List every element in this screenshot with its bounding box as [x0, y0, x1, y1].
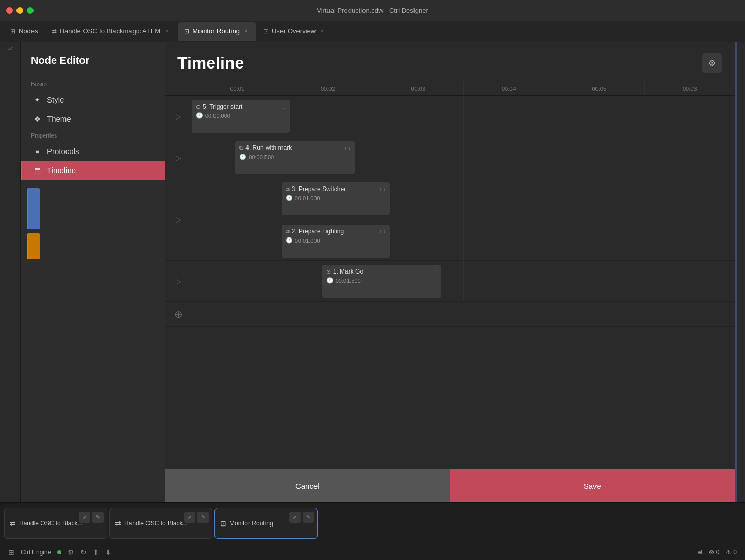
- row-timeline-0: ⊙ 5. Trigger start ↓ 🕐 00:00.000: [192, 96, 735, 137]
- taskbar-item-1[interactable]: ⇄ Handle OSC to Black... ⤢ ✎: [109, 508, 212, 539]
- taskbar-action-open-1[interactable]: ⤢: [184, 512, 195, 523]
- grid-line-5: [644, 96, 644, 137]
- settings-icon-status[interactable]: ⚙: [68, 548, 74, 556]
- protocols-icon: ≡: [32, 147, 42, 156]
- trigger-time: 🕐 00:00.000: [196, 112, 286, 119]
- refresh-icon-status[interactable]: ↻: [80, 548, 87, 556]
- sidebar-item-timeline-label: Timeline: [47, 166, 76, 175]
- taskbar-action-open-0[interactable]: ⤢: [79, 512, 90, 523]
- traffic-lights: [6, 7, 34, 14]
- taskbar-item-2[interactable]: ⊡ Monitor Routing ⤢ ✎: [214, 508, 318, 539]
- row-timeline-1: ⧉ 4. Run with mark ↑ ↓ 🕐 00:00.500: [192, 137, 735, 178]
- timeline-ruler: 00:01 00:02 00:03 00:04 00:05 00:06: [165, 81, 735, 96]
- sidebar-item-theme-label: Theme: [47, 114, 71, 123]
- statusbar-grid-icon: ⊞: [8, 548, 14, 556]
- error-value: 0: [716, 549, 720, 556]
- run-icon: ⧉: [239, 145, 243, 151]
- taskbar-icon-2: ⊡: [220, 519, 226, 528]
- row-handle-3[interactable]: ▷: [165, 261, 192, 301]
- upload-icon-status[interactable]: ⬆: [93, 548, 99, 556]
- row-handle-2[interactable]: ▷: [165, 178, 192, 260]
- settings-button[interactable]: ⚙: [702, 53, 722, 73]
- event-prepare-switcher[interactable]: ⧉ 3. Prepare Switcher ↑ ↓ 🕐 00:01.000: [282, 182, 390, 215]
- add-row-content: [192, 302, 735, 326]
- x-icon: ⊗: [709, 549, 714, 556]
- trigger-label: 5. Trigger start: [203, 103, 242, 110]
- event-trigger-start[interactable]: ⊙ 5. Trigger start ↓ 🕐 00:00.000: [192, 100, 290, 133]
- row-handle-1[interactable]: ▷: [165, 137, 192, 178]
- taskbar-icon-1: ⇄: [115, 519, 121, 528]
- tab-nodes[interactable]: ⊞ Nodes: [4, 22, 44, 41]
- tab-monitor-routing-close[interactable]: ×: [243, 28, 250, 35]
- sidebar-section-properties: Properties: [21, 128, 165, 142]
- sidebar-item-theme[interactable]: ❖ Theme: [21, 109, 165, 128]
- right-edge: [735, 42, 745, 502]
- titlebar: Virtual Production.cdw - Ctrl Designer: [0, 0, 745, 21]
- ruler-mark-1: 00:02: [283, 81, 373, 95]
- left-edge: N: [0, 42, 21, 502]
- event-prepare-lighting[interactable]: ⧉ 2. Prepare Lighting ↑ ↓ 🕐 00:01.000: [282, 225, 390, 258]
- warning-icon: ⚠: [725, 549, 731, 556]
- maximize-button[interactable]: [27, 7, 34, 14]
- handle-icon-1: ▷: [176, 154, 181, 162]
- grid-line-2: [373, 96, 373, 137]
- tab-user-overview-close[interactable]: ×: [319, 28, 326, 35]
- sidebar-item-protocols-label: Protocols: [47, 147, 79, 156]
- sidebar-item-timeline[interactable]: ▤ Timeline: [21, 161, 165, 180]
- strip-blue: [27, 188, 40, 229]
- sidebar-title: Node Editor: [21, 50, 165, 77]
- tab-nodes-label: Nodes: [19, 27, 38, 35]
- add-row[interactable]: ⊕: [165, 302, 735, 327]
- taskbar: ⇄ Handle OSC to Black... ⤢ ✎ ⇄ Handle OS…: [0, 502, 745, 544]
- save-button[interactable]: Save: [450, 469, 735, 502]
- tab-monitor-routing[interactable]: ⊡ Monitor Routing ×: [178, 22, 256, 41]
- taskbar-label-0: Handle OSC to Black...: [19, 520, 82, 527]
- style-icon: ✦: [32, 96, 42, 104]
- run-down: ↓: [348, 145, 351, 151]
- main-content: N Node Editor Basics ✦ Style ❖ Theme Pro…: [0, 42, 745, 502]
- sidebar-item-style[interactable]: ✦ Style: [21, 90, 165, 109]
- event-run-with-mark[interactable]: ⧉ 4. Run with mark ↑ ↓ 🕐 00:00.500: [235, 141, 355, 174]
- timeline-body: ▷ ⊙ 5. Trigge: [165, 96, 735, 469]
- row-timeline-3: ⊙ 1. Mark Go ↑ 🕐 00:01.500: [192, 261, 735, 301]
- status-monitor-icon: 🖥: [696, 548, 703, 556]
- event-trigger-title: ⊙ 5. Trigger start ↓: [196, 103, 286, 110]
- close-button[interactable]: [6, 7, 13, 14]
- run-label: 4. Run with mark: [245, 144, 292, 151]
- event-mark-go[interactable]: ⊙ 1. Mark Go ↑ 🕐 00:01.500: [322, 265, 442, 298]
- monitor-icon: 🖥: [696, 548, 703, 556]
- cancel-button[interactable]: Cancel: [165, 469, 450, 502]
- timeline-row-2: ▷ ⧉ 3. Prepar: [165, 178, 735, 261]
- taskbar-action-edit-0[interactable]: ✎: [92, 512, 104, 523]
- handle-icon-0: ▷: [176, 112, 181, 121]
- taskbar-action-open-2[interactable]: ⤢: [289, 512, 301, 523]
- timeline-empty: [165, 327, 735, 388]
- sidebar-item-style-label: Style: [47, 95, 64, 104]
- row-handle-0[interactable]: ▷: [165, 96, 192, 137]
- monitor-routing-icon: ⊡: [184, 28, 189, 35]
- tab-handle-osc-close[interactable]: ×: [163, 28, 171, 35]
- timeline-row-0: ▷ ⊙ 5. Trigge: [165, 96, 735, 137]
- ruler-mark-0: 00:01: [192, 81, 283, 95]
- download-icon-status[interactable]: ⬇: [105, 548, 111, 556]
- clock-icon-1: 🕐: [239, 154, 246, 160]
- error-count: ⊗ 0: [709, 549, 720, 556]
- sidebar-item-protocols[interactable]: ≡ Protocols: [21, 142, 165, 161]
- tab-handle-osc[interactable]: ⇄ Handle OSC to Blackmagic ATEM ×: [45, 22, 177, 41]
- warning-value: 0: [733, 549, 737, 556]
- taskbar-item-0[interactable]: ⇄ Handle OSC to Black... ⤢ ✎: [4, 508, 107, 539]
- warning-count: ⚠ 0: [725, 549, 737, 556]
- nodes-icon: ⊞: [10, 28, 15, 35]
- handle-icon-3: ▷: [176, 277, 181, 285]
- taskbar-action-edit-2[interactable]: ✎: [303, 512, 314, 523]
- ruler-mark-2: 00:03: [373, 81, 463, 95]
- trigger-arrow-down: ↓: [283, 104, 286, 110]
- add-row-handle[interactable]: ⊕: [165, 302, 192, 326]
- ruler-marks: 00:01 00:02 00:03 00:04 00:05 00:06: [192, 81, 735, 95]
- sidebar-section-basics: Basics: [21, 77, 165, 90]
- minimize-button[interactable]: [16, 7, 23, 14]
- taskbar-action-edit-1[interactable]: ✎: [197, 512, 209, 523]
- user-overview-icon: ⊡: [263, 28, 269, 35]
- tab-user-overview[interactable]: ⊡ User Overview ×: [257, 22, 332, 41]
- run-up: ↑: [344, 145, 347, 151]
